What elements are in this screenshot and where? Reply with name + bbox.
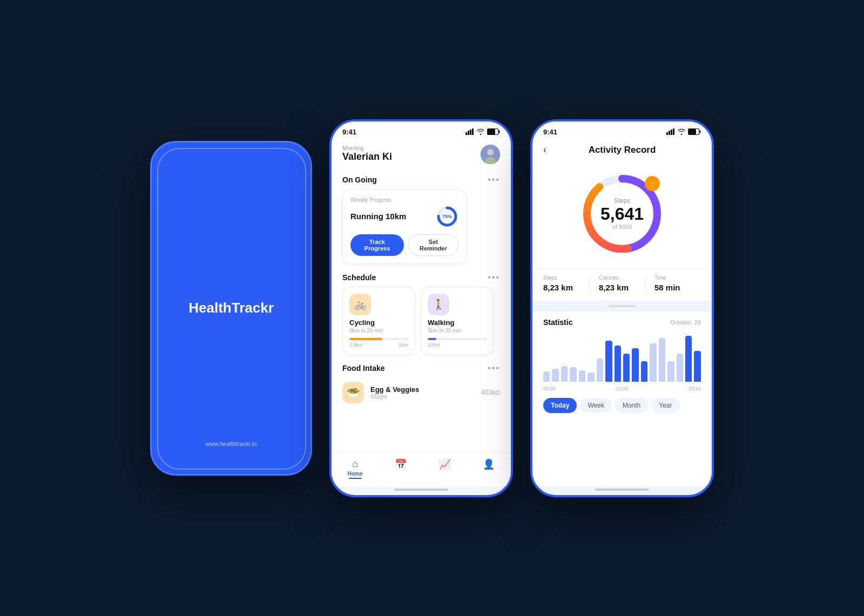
tab-week[interactable]: Week — [580, 398, 611, 413]
activity-home-indicator — [595, 489, 649, 491]
bar-item — [659, 338, 665, 381]
food-icon: 🥗 — [342, 382, 364, 403]
walking-progress-labels: 100m — [428, 342, 487, 348]
bar-item — [570, 367, 576, 381]
svg-rect-5 — [499, 130, 500, 133]
status-time: 9:41 — [342, 128, 356, 136]
set-reminder-button[interactable]: Set Reminder — [408, 234, 458, 256]
statistic-section: Statistic October, 28 00:00 12:00 23:59 … — [532, 312, 712, 486]
bar-item — [650, 343, 656, 382]
bar-item — [677, 354, 683, 382]
cycling-progress-labels: 2.8km 5km — [349, 342, 408, 348]
stat-time: Time 58 min — [645, 275, 701, 292]
wifi-icon — [476, 128, 485, 135]
walking-current: 100m — [428, 342, 440, 348]
statistic-header: Statistic October, 28 — [543, 318, 701, 327]
status-bar: 9:41 — [332, 121, 511, 140]
cycling-target: 5km — [399, 342, 408, 348]
food-menu-icon[interactable]: ••• — [488, 363, 500, 373]
nav-home[interactable]: ⌂ Home — [348, 458, 363, 479]
nav-calendar[interactable]: 📅 — [395, 458, 407, 479]
statistic-title: Statistic — [543, 318, 572, 327]
phone-border-inner — [157, 148, 306, 470]
home-header: Morning Valerian Ki — [332, 140, 511, 171]
home-label: Home — [348, 471, 363, 477]
progress-row: Running 10km 75% — [350, 205, 458, 228]
activity-battery-icon — [688, 128, 701, 135]
calendar-icon: 📅 — [395, 458, 407, 470]
phone-activity: 9:41 — [530, 119, 714, 497]
tab-today[interactable]: Today — [543, 398, 577, 413]
battery-icon — [487, 128, 500, 135]
activity-signal-icon — [666, 128, 675, 135]
ongoing-scroll: Weekly Progress Running 10km 75% Track — [332, 189, 511, 268]
user-name: Valerian Ki — [342, 151, 392, 163]
steps-label: Steps — [600, 197, 644, 205]
stats-row: Steps 8,23 km Calories 8,23 km Time 58 m… — [532, 268, 712, 301]
schedule-card-walking[interactable]: 🚶 Walking 5km in 20 min 100m — [421, 287, 494, 355]
status-icons — [465, 128, 500, 135]
bar-item — [543, 371, 550, 382]
donut-percent: 75% — [442, 214, 452, 219]
svg-rect-18 — [700, 130, 701, 133]
tab-year[interactable]: Year — [651, 398, 679, 413]
weekly-label: Weekly Progress — [350, 197, 458, 203]
svg-rect-20 — [688, 129, 696, 134]
bar-item — [597, 358, 603, 382]
avatar[interactable] — [481, 145, 500, 164]
track-progress-button[interactable]: Track Progress — [350, 234, 404, 256]
svg-rect-15 — [671, 130, 672, 135]
cycling-current: 2.8km — [349, 342, 363, 348]
activity-name: Running 10km — [350, 212, 406, 221]
activity-header: ‹ Activity Record — [532, 140, 712, 162]
food-item[interactable]: 🥗 Egg & Veggies 432gm 403kcl — [332, 377, 511, 408]
food-calories: 403kcl — [481, 389, 500, 396]
bar-label-end: 23:59 — [688, 386, 701, 391]
walking-desc: 5km in 20 min — [428, 328, 487, 334]
tab-month[interactable]: Month — [615, 398, 648, 413]
ongoing-menu-icon[interactable]: ••• — [488, 175, 500, 185]
avatar-img — [481, 145, 500, 164]
cycling-progress-fill — [349, 338, 382, 340]
activity-title: Activity Record — [589, 145, 656, 155]
back-button[interactable]: ‹ — [543, 144, 546, 155]
stat-steps-label: Steps — [543, 275, 590, 281]
ongoing-section-header: On Going ••• — [332, 171, 511, 189]
bar-item — [694, 351, 700, 382]
nav-profile[interactable]: 👤 — [483, 458, 495, 479]
ring-arrow-btn[interactable]: ↑ — [645, 176, 660, 191]
cycling-name: Cycling — [349, 319, 408, 327]
phone-home: 9:41 — [329, 119, 513, 497]
stats-icon: 📈 — [439, 458, 451, 470]
nav-stats[interactable]: 📈 — [439, 458, 451, 479]
schedule-cards: 🚲 Cycling 5km in 20 min 2.8km 5km 🚶 Walk… — [332, 287, 511, 359]
stat-calories-value: 8,23 km — [599, 283, 645, 292]
greeting-text: Morning — [342, 145, 392, 151]
activity-status-time: 9:41 — [543, 128, 557, 136]
svg-rect-1 — [468, 131, 469, 135]
steps-value: 5,641 — [600, 205, 644, 224]
food-info: Egg & Veggies 432gm — [370, 385, 475, 400]
bar-item — [579, 370, 585, 382]
schedule-card-cycling[interactable]: 🚲 Cycling 5km in 20 min 2.8km 5km — [342, 287, 415, 355]
walking-progress-bar-wrap — [428, 338, 487, 340]
bar-item — [615, 346, 621, 381]
ongoing-title: On Going — [342, 175, 377, 184]
bar-item — [667, 361, 674, 382]
cycling-progress-bar-wrap — [349, 338, 408, 340]
phones-container: HealthTrackr www.healthtrackr.in 9:41 — [150, 119, 714, 497]
food-name: Egg & Veggies — [370, 385, 475, 394]
schedule-menu-icon[interactable]: ••• — [488, 273, 500, 282]
stat-time-value: 58 min — [654, 283, 701, 292]
bar-item — [641, 361, 647, 382]
cycling-icon: 🚲 — [349, 294, 371, 315]
bar-item — [552, 369, 558, 382]
app-url: www.healthtrackr.in — [206, 441, 257, 447]
user-info: Morning Valerian Ki — [342, 145, 392, 163]
steps-ring: Steps 5,641 of 8000 ↑ — [579, 171, 665, 257]
stat-calories: Calories 8,23 km — [590, 275, 645, 292]
donut-chart: 75% — [436, 205, 458, 228]
food-title: Food Intake — [342, 364, 385, 373]
bar-item — [561, 366, 568, 381]
profile-icon: 👤 — [483, 458, 495, 470]
